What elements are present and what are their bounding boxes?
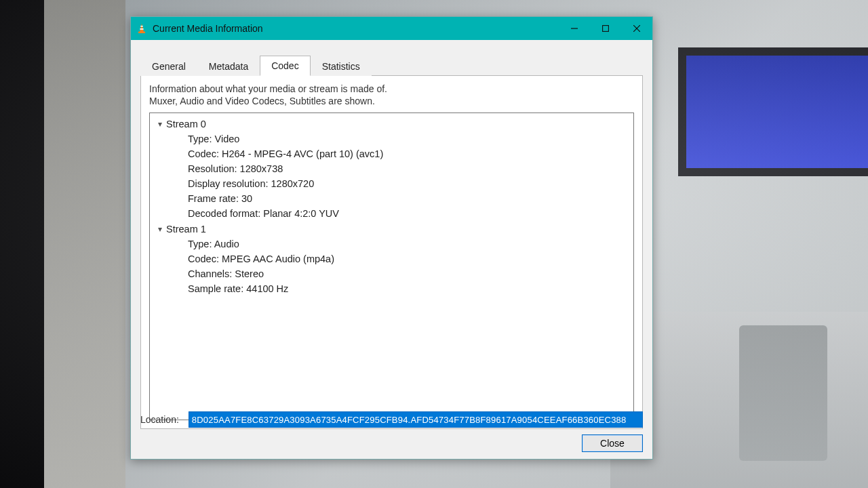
property-value: 44100 Hz [246,283,288,294]
property-value: Audio [214,239,239,249]
location-input[interactable] [189,411,643,428]
location-label: Location: [140,414,179,425]
stream-property[interactable]: Sample rate: 44100 Hz [154,281,629,296]
property-key: Codec: [188,253,222,264]
dialog-footer: Location: Close [131,411,652,452]
codec-description: Information about what your media or str… [149,83,634,107]
stream-property[interactable]: Decoded format: Planar 4:2:0 YUV [154,206,629,221]
media-info-dialog: Current Media Information General Metada… [130,16,653,460]
codec-desc-line1: Information about what your media or str… [149,83,634,95]
titlebar[interactable]: Current Media Information [131,17,652,40]
property-value: Stereo [235,268,264,279]
codec-tabpage: Information about what your media or str… [140,75,643,429]
stream-property[interactable]: Channels: Stereo [154,266,629,281]
close-button[interactable]: Close [582,434,643,452]
stream-property[interactable]: Type: Audio [154,237,629,251]
property-key: Frame rate: [188,193,241,204]
property-key: Codec: [188,148,222,159]
svg-rect-1 [138,32,145,34]
button-row: Close [140,434,643,452]
minimize-button[interactable] [559,17,590,40]
property-value: 1280x738 [240,163,283,174]
stream-property[interactable]: Codec: MPEG AAC Audio (mp4a) [154,251,629,266]
property-value: MPEG AAC Audio (mp4a) [222,253,334,264]
stream-property[interactable]: Display resolution: 868x488 [154,176,629,191]
tab-strip: General Metadata Codec Statistics [131,54,652,75]
stream-header[interactable]: Stream 1 [154,221,629,237]
maximize-button[interactable] [590,17,621,40]
property-key: Type: [188,239,214,249]
svg-marker-0 [140,24,144,32]
backdrop-pillarbox-left [0,0,44,488]
backdrop-strip [44,0,125,488]
location-row: Location: [140,411,643,428]
property-key: Channels: [188,268,235,279]
svg-rect-5 [603,26,609,32]
stream-header-label: Stream 1 [166,222,206,237]
property-value: Planar 4:2:0 YUV [263,208,339,219]
property-value: H264 - MPEG-4 AVC (part 10) (avc1) [222,148,383,159]
window-buttons [559,17,652,40]
stream-property[interactable]: Codec: H264 - MPEG-4 AVC (part 10) (avc1… [154,146,629,161]
stream-header-label: Stream 0 [166,117,206,131]
close-window-button[interactable] [621,17,652,40]
tab-codec[interactable]: Codec [260,56,310,76]
chevron-down-icon[interactable] [154,221,166,237]
property-value: Video [215,134,240,144]
tab-statistics[interactable]: Statistics [311,56,372,76]
property-key: Decoded format: [188,208,263,219]
stream-property[interactable]: Frame rate: 30 [154,191,629,206]
backdrop-equipment [739,325,827,461]
property-key: Display resolution: [188,178,271,189]
property-key: Sample rate: [188,283,246,294]
property-key: Resolution: [188,163,240,174]
svg-rect-2 [140,26,143,27]
window-title: Current Media Information [153,23,263,34]
chevron-down-icon[interactable] [154,116,166,131]
vlc-cone-icon [136,23,147,34]
backdrop-tv [678,47,868,176]
svg-rect-3 [140,28,143,30]
stream-property[interactable]: Resolution: 1280x738 [154,161,629,176]
tab-general[interactable]: General [140,56,197,76]
stream-header[interactable]: Stream 0 [154,116,629,131]
codec-desc-line2: Muxer, Audio and Video Codecs, Subtitles… [149,95,634,107]
property-value: 30 [241,193,252,204]
property-key: Type: [188,134,215,144]
codec-tree[interactable]: Stream 0Type: VideoCodec: H264 - MPEG-4 … [149,113,634,420]
tab-metadata[interactable]: Metadata [197,56,260,76]
property-value: 868x488 [271,178,315,189]
stream-property[interactable]: Type: Video [154,131,629,146]
